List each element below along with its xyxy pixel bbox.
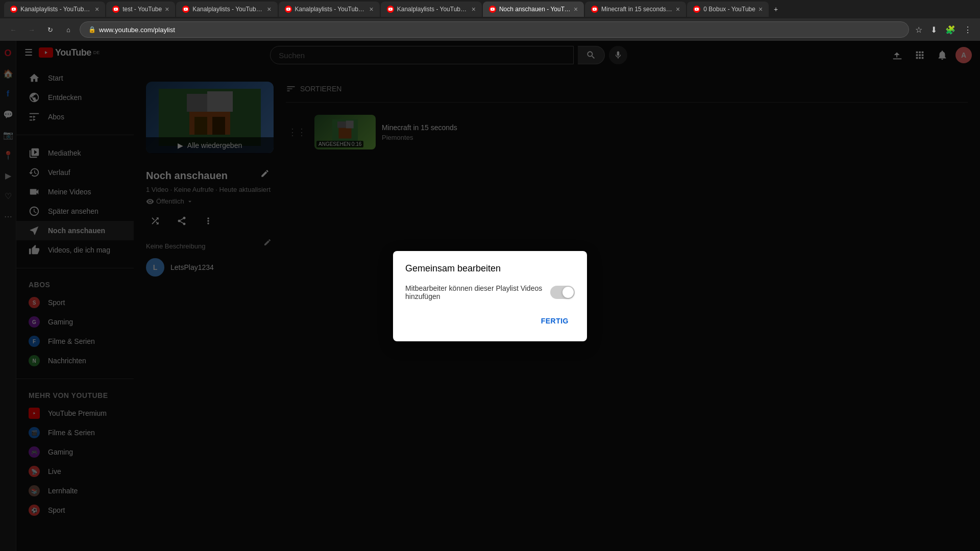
browser-tab-7[interactable]: Minecraft in 15 seconds ... × [585,2,686,17]
browser-tab-2[interactable]: test - YouTube × [106,2,175,17]
tab-close-7[interactable]: × [676,5,680,13]
tab-favicon-8 [693,6,700,13]
tab-title-4: Kanalplaylists - YouTube S... [295,6,366,13]
browser-tab-3[interactable]: Kanalplaylists - YouTube S... × [176,2,277,17]
new-tab-button[interactable]: + [770,5,782,13]
tab-close-2[interactable]: × [165,5,169,13]
modal-overlay: Gemeinsam bearbeiten Mitbearbeiter könne… [0,41,980,551]
browser-tab-4[interactable]: Kanalplaylists - YouTube S... × [279,2,380,17]
menu-button[interactable]: ⋮ [962,23,974,37]
tab-close-4[interactable]: × [370,5,374,13]
address-bar: ← → ↻ ⌂ 🔒 www.youtube.com/playlist ☆ ⬇ 🧩… [0,18,980,41]
tab-favicon-5 [387,6,394,13]
bookmark-button[interactable]: ☆ [913,23,924,37]
address-input[interactable]: 🔒 www.youtube.com/playlist [80,21,909,38]
browser-tab-1[interactable]: Kanalplaylists - YouTube S... × [4,2,105,17]
tab-favicon-2 [112,6,119,13]
toggle-knob [562,287,574,298]
tab-title-1: Kanalplaylists - YouTube S... [20,6,92,13]
collaborate-toggle[interactable] [550,286,575,299]
address-text: www.youtube.com/playlist [99,26,175,34]
tab-title-2: test - YouTube [122,6,162,13]
tab-favicon-6 [489,6,496,13]
browser-tab-5[interactable]: Kanalplaylists - YouTube S... × [381,2,482,17]
fertig-button[interactable]: FERTIG [535,313,575,329]
tab-close-1[interactable]: × [95,5,99,13]
modal-toggle-row: Mitbearbeiter können dieser Playlist Vid… [405,284,575,300]
forward-button[interactable]: → [24,22,39,37]
tab-close-8[interactable]: × [758,5,763,13]
browser-actions: ☆ ⬇ 🧩 ⋮ [913,23,974,37]
back-button[interactable]: ← [6,22,20,37]
tab-close-6[interactable]: × [574,5,578,13]
tab-title-8: 0 Bobux - YouTube [703,6,755,13]
tab-bar: Kanalplaylists - YouTube S... × test - Y… [0,0,980,18]
browser-tab-6[interactable]: Noch anschauen - YouTube ... × [483,2,584,17]
modal-footer: FERTIG [405,313,575,329]
download-button[interactable]: ⬇ [928,23,939,37]
tab-title-7: Minecraft in 15 seconds ... [601,6,673,13]
tab-favicon-4 [285,6,292,13]
tab-favicon-3 [182,6,189,13]
home-button[interactable]: ⌂ [61,22,76,37]
tab-close-5[interactable]: × [472,5,476,13]
modal-toggle-label: Mitbearbeiter können dieser Playlist Vid… [405,284,550,300]
collaborate-modal: Gemeinsam bearbeiten Mitbearbeiter könne… [393,251,587,341]
tab-favicon-1 [10,6,17,13]
tab-close-3[interactable]: × [267,5,271,13]
modal-title: Gemeinsam bearbeiten [405,263,575,274]
browser-tab-8[interactable]: 0 Bobux - YouTube × [687,2,769,17]
tab-favicon-7 [591,6,598,13]
browser-chrome: Kanalplaylists - YouTube S... × test - Y… [0,0,980,41]
tab-title-5: Kanalplaylists - YouTube S... [397,6,469,13]
extensions-button[interactable]: 🧩 [943,23,958,37]
tab-title-6: Noch anschauen - YouTube ... [499,6,571,13]
reload-button[interactable]: ↻ [43,22,57,37]
tab-title-3: Kanalplaylists - YouTube S... [192,6,264,13]
